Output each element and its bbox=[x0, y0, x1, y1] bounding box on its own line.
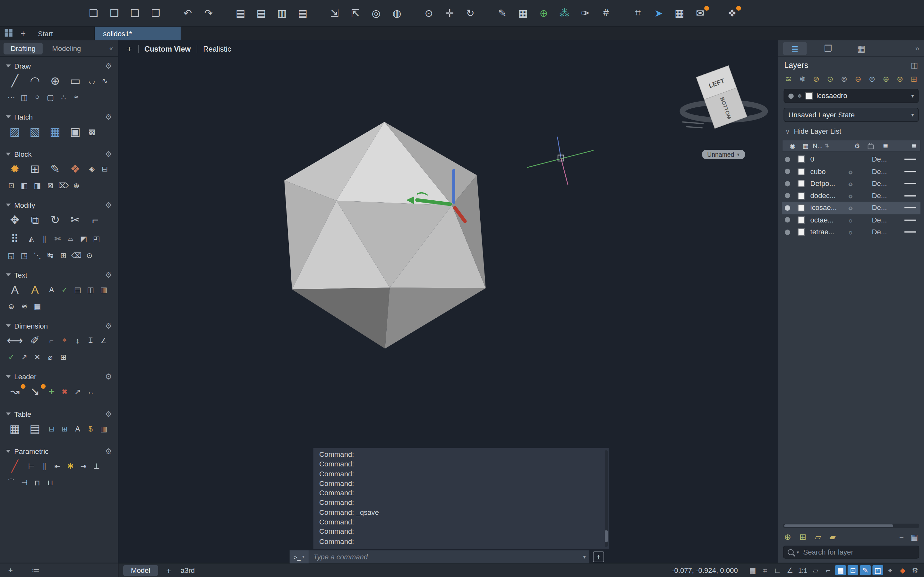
new-layer-vp-freeze-icon[interactable]: ⊞ bbox=[800, 532, 806, 542]
more-panels-icon[interactable]: » bbox=[915, 44, 919, 53]
attach-xref-tool[interactable]: ⊟ bbox=[99, 163, 110, 174]
layer-row[interactable]: tetrae... ☼ De... bbox=[782, 226, 921, 238]
overlay-tool[interactable]: ◨ bbox=[32, 180, 43, 190]
columns-tool[interactable]: ◫ bbox=[86, 284, 96, 295]
vertical-dimension-tool[interactable]: ↕ bbox=[72, 335, 83, 346]
horizontal-constraint-tool[interactable]: ⇤ bbox=[52, 461, 63, 471]
batch-plot-icon[interactable]: ▤ bbox=[296, 5, 310, 21]
section-header-modify[interactable]: Modify ⚙ bbox=[5, 199, 113, 212]
grid-display-toggle[interactable]: ▦ bbox=[747, 565, 758, 575]
edit-block-tool[interactable]: ✎ bbox=[46, 161, 64, 177]
add-layout-button[interactable]: + bbox=[166, 566, 171, 575]
trim-tool[interactable]: ✂ bbox=[66, 212, 84, 228]
share-icon[interactable]: ➤ bbox=[652, 5, 666, 21]
undo-icon[interactable]: ↶ bbox=[181, 5, 195, 21]
hatch-pattern-tool[interactable]: ▧ bbox=[26, 124, 44, 140]
stretch-tool[interactable]: ∥ bbox=[39, 234, 50, 244]
command-share-icon[interactable]: ↥ bbox=[593, 552, 604, 562]
layer-visibility-dot[interactable] bbox=[785, 169, 790, 174]
boundary-tool[interactable]: ▣ bbox=[66, 124, 84, 140]
tab-solidos1[interactable]: solidos1* bbox=[95, 27, 181, 40]
color-column-icon[interactable]: ▦ bbox=[800, 142, 811, 149]
adjust-tool[interactable]: ◧ bbox=[19, 180, 29, 190]
mtext-tool[interactable]: A bbox=[6, 282, 23, 298]
layer-color-swatch[interactable] bbox=[798, 168, 805, 175]
layer-color-swatch[interactable] bbox=[798, 180, 805, 187]
add-leader-tool[interactable]: ✚ bbox=[46, 386, 57, 397]
chevron-down-icon[interactable]: ▾ bbox=[580, 554, 590, 560]
autoscale-toggle[interactable]: ⌐ bbox=[822, 565, 833, 575]
viewcube[interactable]: LEFT BOTTOM bbox=[682, 66, 765, 129]
multileader-tool[interactable]: ↝ bbox=[6, 384, 23, 400]
multileader-style-tool[interactable]: ↘ bbox=[26, 384, 44, 400]
section-header-hatch[interactable]: Hatch ⚙ bbox=[5, 111, 113, 124]
extend-tool[interactable]: ✄ bbox=[52, 234, 63, 244]
insert-columns-tool[interactable]: ⊞ bbox=[59, 424, 70, 434]
layer-match-icon[interactable]: ⊕ bbox=[881, 75, 891, 84]
add-palette-icon[interactable]: + bbox=[8, 566, 13, 575]
plot-preview-icon[interactable]: ▤ bbox=[254, 5, 268, 21]
layer-row[interactable]: icosae... ☼ De... bbox=[782, 202, 921, 214]
layer-visibility-dot[interactable] bbox=[785, 193, 790, 198]
collect-leaders-tool[interactable]: ↔ bbox=[86, 386, 96, 397]
cell-style-tool[interactable]: A bbox=[72, 424, 83, 434]
section-gear-icon[interactable]: ⚙ bbox=[105, 201, 112, 210]
gradient-tool[interactable]: ▦ bbox=[46, 124, 64, 140]
show-constraints-tool[interactable]: ⊓ bbox=[32, 477, 43, 488]
section-header-block[interactable]: Block ⚙ bbox=[5, 148, 113, 161]
tab-start[interactable]: Start bbox=[29, 27, 95, 40]
break-dimension-tool[interactable]: ✕ bbox=[32, 351, 43, 362]
layer-freeze-icon[interactable]: ❄ bbox=[797, 75, 808, 84]
model-tab-button[interactable]: Model bbox=[123, 565, 158, 575]
command-scrollbar[interactable] bbox=[605, 450, 607, 547]
section-gear-icon[interactable]: ⚙ bbox=[105, 150, 112, 159]
geometric-constraint-tool[interactable]: ╱ bbox=[6, 458, 23, 474]
export-pdf-icon[interactable]: ⇲ bbox=[328, 5, 342, 21]
join-tool[interactable]: ↹ bbox=[45, 250, 55, 260]
chamfer-tool[interactable]: ⌓ bbox=[65, 234, 76, 244]
point-cloud-icon[interactable]: ⁂ bbox=[557, 5, 572, 21]
layer-freeze-icon[interactable]: ☼ bbox=[845, 168, 857, 175]
redo-icon[interactable]: ↷ bbox=[202, 5, 216, 21]
explode-tool[interactable]: ◳ bbox=[19, 250, 29, 260]
layer-freeze-icon[interactable]: ☼ bbox=[845, 180, 857, 187]
section-header-leader[interactable]: Leader ⚙ bbox=[5, 371, 113, 384]
layer-visibility-dot[interactable] bbox=[785, 181, 790, 186]
divide-tool[interactable]: ∴ bbox=[58, 92, 69, 102]
section-gear-icon[interactable]: ⚙ bbox=[105, 321, 112, 330]
lock-column-icon[interactable] bbox=[864, 142, 878, 149]
visual-style-control[interactable]: Realistic bbox=[203, 45, 231, 53]
render-icon[interactable]: ▦ bbox=[672, 5, 686, 21]
open-file-icon[interactable]: ❐ bbox=[107, 5, 121, 21]
layer-color-swatch[interactable] bbox=[798, 156, 805, 163]
rotate-tool[interactable]: ↻ bbox=[46, 212, 64, 228]
units-toggle[interactable]: ◆ bbox=[897, 565, 908, 575]
account-icon[interactable]: ❖ bbox=[725, 5, 739, 21]
new-file-icon[interactable]: ❏ bbox=[87, 5, 101, 21]
layer-freeze-icon[interactable]: ☼ bbox=[845, 204, 857, 211]
arc-3point-tool[interactable]: ◡ bbox=[87, 75, 97, 86]
vertical-constraint-tool[interactable]: ⇥ bbox=[78, 461, 89, 471]
pan-icon[interactable]: ✛ bbox=[443, 5, 457, 21]
point-tool[interactable]: ⋯ bbox=[6, 92, 16, 102]
align-tool[interactable]: ⋱ bbox=[32, 250, 43, 260]
command-input[interactable] bbox=[309, 552, 580, 562]
layer-isolate-icon[interactable]: ⊙ bbox=[825, 75, 835, 84]
layer-row[interactable]: 0 De... bbox=[782, 153, 921, 165]
copy-tool[interactable]: ⧉ bbox=[26, 212, 44, 228]
frame-tool[interactable]: ⊠ bbox=[45, 180, 55, 190]
insert-rows-tool[interactable]: ⊟ bbox=[46, 424, 57, 434]
window-grid-icon[interactable] bbox=[5, 29, 13, 37]
layer-lock-icon[interactable]: ⊘ bbox=[811, 75, 822, 84]
erase-tool[interactable]: ⌫ bbox=[71, 250, 82, 260]
list-options-icon[interactable]: ≣ bbox=[911, 142, 917, 149]
annotate-icon[interactable]: ✑ bbox=[578, 5, 592, 21]
annotation-scale[interactable]: 1:1 bbox=[797, 565, 809, 575]
ortho-mode-toggle[interactable]: ∟ bbox=[772, 565, 783, 575]
dynamic-input-toggle[interactable]: ✎ bbox=[860, 565, 871, 575]
section-header-dimension[interactable]: Dimension ⚙ bbox=[5, 320, 113, 333]
group-tool[interactable]: ⊞ bbox=[58, 250, 69, 260]
layer-visibility-dot[interactable] bbox=[785, 229, 790, 235]
manage-attributes-tool[interactable]: ❖ bbox=[66, 161, 84, 177]
ellipse-tool[interactable]: ○ bbox=[32, 92, 43, 102]
